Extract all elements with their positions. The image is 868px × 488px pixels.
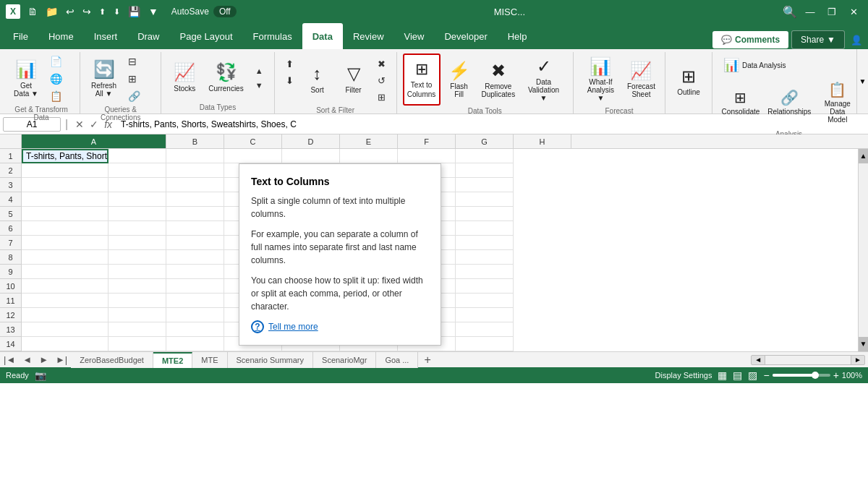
cell-d1[interactable] (224, 149, 282, 163)
cancel-icon[interactable]: ✕ (75, 119, 84, 130)
cell-b11[interactable] (109, 294, 166, 308)
cell-c10[interactable] (166, 279, 224, 294)
currencies-button[interactable]: 💱 Currencies (203, 53, 248, 102)
normal-view-btn[interactable]: ▦ (718, 369, 727, 381)
cell-a8[interactable] (22, 250, 109, 265)
cell-b3[interactable] (109, 178, 166, 192)
cell-a11[interactable] (22, 294, 109, 308)
cell-h12[interactable] (456, 308, 514, 322)
sort-desc-btn[interactable]: ⬇ (111, 6, 123, 18)
properties-btn[interactable]: ⊞ (123, 71, 145, 87)
cell-b2[interactable] (109, 163, 166, 178)
cell-b14[interactable] (109, 337, 166, 351)
tab-developer[interactable]: Developer (434, 23, 497, 49)
vertical-scrollbar[interactable]: ▲ ▼ (858, 149, 868, 351)
col-header-g[interactable]: G (456, 134, 514, 148)
tab-page-layout[interactable]: Page Layout (170, 23, 243, 49)
ribbon-scroll-btn[interactable]: ▼ (856, 49, 868, 114)
open-btn[interactable]: 📁 (43, 4, 61, 19)
cell-b8[interactable] (109, 250, 166, 265)
cell-h13[interactable] (456, 322, 514, 337)
cell-g1[interactable] (398, 149, 456, 163)
autosave-toggle[interactable]: Off (213, 6, 237, 17)
cell-h5[interactable] (456, 207, 514, 221)
cell-a1[interactable]: T-shirts, Pants, Shorts, Sweatshirts, Sh… (22, 149, 109, 163)
tab-formulas[interactable]: Formulas (243, 23, 302, 49)
cell-c4[interactable] (166, 192, 224, 207)
tab-file[interactable]: File (3, 23, 38, 49)
cell-c8[interactable] (166, 250, 224, 265)
scroll-track[interactable] (859, 163, 868, 337)
cell-a5[interactable] (22, 207, 109, 221)
refresh-all-button[interactable]: 🔄 RefreshAll ▼ (86, 53, 122, 104)
sheet-tab-scenario-summary[interactable]: Scenario Summary (228, 352, 314, 368)
advanced-btn[interactable]: ⊞ (373, 90, 391, 105)
stocks-button[interactable]: 📈 Stocks (167, 53, 202, 102)
sort-az-btn[interactable]: ⬆ (281, 56, 299, 72)
zoom-slider[interactable] (773, 374, 830, 377)
clear-btn[interactable]: ✖ (373, 56, 391, 72)
cell-c3[interactable] (166, 178, 224, 192)
sheet-tab-mte[interactable]: MTE (192, 352, 227, 368)
col-header-h[interactable]: H (514, 134, 571, 148)
cell-b6[interactable] (109, 221, 166, 236)
cell-b1[interactable] (109, 149, 166, 163)
cell-c5[interactable] (166, 207, 224, 221)
cell-c11[interactable] (166, 294, 224, 308)
cell-h1[interactable] (456, 149, 514, 163)
col-header-d[interactable]: D (282, 134, 340, 148)
get-data-button[interactable]: 📊 GetData ▼ (9, 53, 43, 104)
horizontal-scrollbar[interactable]: ◄ ► (751, 355, 865, 365)
minimize-btn[interactable]: — (801, 3, 819, 20)
cell-a12[interactable] (22, 308, 109, 322)
h-scroll-track[interactable] (765, 356, 851, 364)
scroll-up-btn[interactable]: ▲ (859, 149, 868, 163)
display-settings-label[interactable]: Display Settings (655, 371, 712, 380)
tell-me-more-link[interactable]: ? Tell me more (251, 320, 429, 333)
text-to-columns-button[interactable]: ⊞ Text toColumns (403, 53, 441, 106)
manage-data-model-button[interactable]: 📋 ManageData Model (816, 78, 859, 127)
cell-h11[interactable] (456, 294, 514, 308)
cell-b7[interactable] (109, 236, 166, 250)
cell-h10[interactable] (456, 279, 514, 294)
tab-draw[interactable]: Draw (127, 23, 169, 49)
cell-a6[interactable] (22, 221, 109, 236)
col-header-f[interactable]: F (398, 134, 456, 148)
cell-a10[interactable] (22, 279, 109, 294)
remove-duplicates-button[interactable]: ✖ RemoveDuplicates (478, 53, 519, 106)
forecast-sheet-button[interactable]: 📈 ForecastSheet (624, 53, 659, 106)
profile-btn[interactable]: 👤 (848, 31, 865, 48)
cell-a4[interactable] (22, 192, 109, 207)
cell-c9[interactable] (166, 265, 224, 279)
cell-b12[interactable] (109, 308, 166, 322)
undo-btn[interactable]: ↩ (63, 4, 77, 19)
tab-data[interactable]: Data (302, 23, 343, 49)
tab-view[interactable]: View (394, 23, 435, 49)
add-sheet-button[interactable]: + (418, 352, 436, 368)
sheet-tab-zero-budget[interactable]: ZeroBasedBudget (71, 352, 153, 368)
data-types-down[interactable]: ▼ (250, 79, 268, 92)
tab-review[interactable]: Review (343, 23, 394, 49)
sort-asc-btn[interactable]: ⬆ (96, 6, 109, 18)
tab-scroll-left[interactable]: ◄ (19, 354, 35, 365)
zoom-minus-btn[interactable]: − (763, 369, 769, 381)
new-btn[interactable]: 🗎 (25, 4, 41, 19)
cell-h14[interactable] (456, 337, 514, 351)
comments-button[interactable]: 💬 Comments (712, 31, 788, 48)
tab-scroll-left-start[interactable]: |◄ (0, 354, 19, 365)
consolidate-button[interactable]: ⊞ Consolidate (718, 78, 763, 127)
col-header-b[interactable]: B (166, 134, 224, 148)
share-button[interactable]: Share ▼ (791, 30, 845, 49)
cell-c14[interactable] (166, 337, 224, 351)
from-text-csv-btn[interactable]: 📄 (45, 53, 67, 69)
cell-f1[interactable] (340, 149, 398, 163)
from-web-btn[interactable]: 🌐 (45, 71, 67, 87)
restore-btn[interactable]: ❐ (823, 3, 841, 20)
cell-a13[interactable] (22, 322, 109, 337)
cell-h2[interactable] (456, 163, 514, 178)
close-btn[interactable]: ✕ (845, 3, 862, 20)
cell-h3[interactable] (456, 178, 514, 192)
cell-b13[interactable] (109, 322, 166, 337)
flash-fill-button[interactable]: ⚡ FlashFill (442, 53, 477, 106)
cell-b4[interactable] (109, 192, 166, 207)
